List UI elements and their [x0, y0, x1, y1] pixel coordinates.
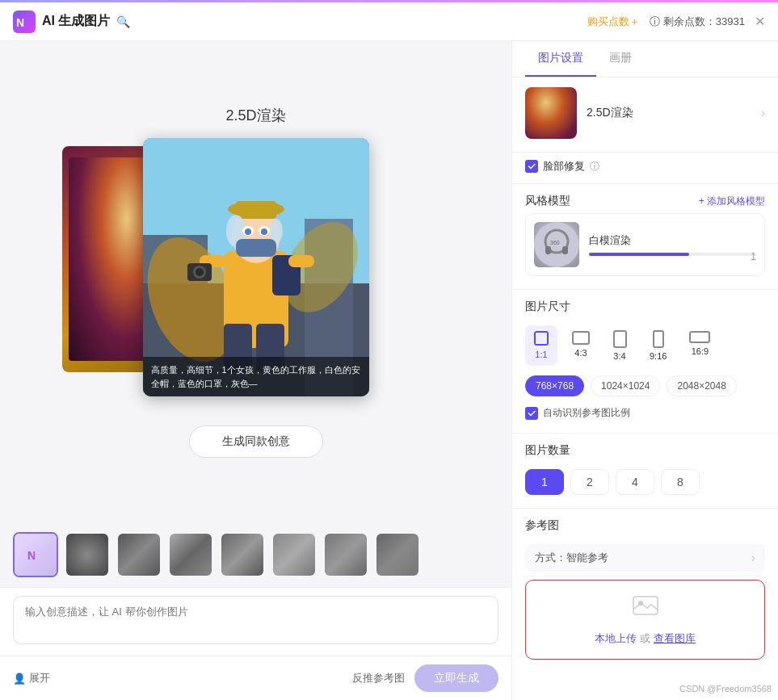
thumbnail-3-inner [170, 534, 212, 576]
ai-logo-icon: N [26, 545, 45, 564]
points-info: ⓘ 剩余点数：33931 [650, 15, 745, 29]
thumbnail-6[interactable] [323, 532, 368, 577]
style-name: 2.5D渲染 [587, 106, 633, 120]
model-info: 白模渲染 1 [589, 233, 756, 256]
generate-similar-button[interactable]: 生成同款创意 [189, 425, 323, 458]
size-options: 1:1 4:3 3:4 9:16 [512, 319, 778, 372]
res-768-button[interactable]: 768×768 [525, 375, 584, 396]
thumbnail-ai-inner: N [15, 534, 57, 576]
svg-point-20 [261, 228, 267, 235]
face-restore-checkbox[interactable] [525, 160, 538, 173]
svg-text:360: 360 [550, 240, 560, 245]
face-restore-row: 脸部修复 ⓘ [512, 156, 778, 180]
size-option-9-16[interactable]: 9:16 [641, 325, 675, 366]
style-model-inner: 360 白模渲染 1 [526, 214, 764, 275]
style-thumbnail-inner [525, 87, 577, 139]
person-icon: 👤 [13, 673, 26, 685]
count-1-button[interactable]: 1 [525, 469, 564, 495]
tab-image-settings[interactable]: 图片设置 [525, 41, 596, 77]
remaining-points: 剩余点数：33931 [663, 15, 745, 29]
prompt-input[interactable] [13, 596, 498, 644]
thumbnail-5[interactable] [271, 532, 317, 577]
count-8-button[interactable]: 8 [661, 469, 700, 495]
count-2-button[interactable]: 2 [570, 469, 609, 495]
checkbox-check-icon [528, 162, 536, 170]
size-label-4-3: 4:3 [574, 348, 587, 358]
image-caption: 高质量，高细节，1个女孩，黄色的工作服，白色的安全帽，蓝色的口罩，灰色— [143, 357, 369, 396]
divider-2 [512, 183, 778, 184]
thumbnail-4-inner [221, 534, 263, 576]
action-bar: 👤 展开 反推参考图 立即生成 [0, 656, 511, 700]
thumbnail-1[interactable] [65, 532, 110, 577]
size-option-4-3[interactable]: 4:3 [564, 325, 598, 366]
size-icon-3-4 [612, 330, 627, 348]
header-right: 购买点数＋ ⓘ 剩余点数：33931 ✕ [587, 14, 765, 29]
ref-method-row[interactable]: 方式：智能参考 › [525, 544, 765, 572]
size-option-16-9[interactable]: 16:9 [681, 325, 718, 366]
ref-section-body: 方式：智能参考 › 本地上传 或 查看图库 [512, 538, 778, 666]
size-icon-16-9 [689, 330, 710, 343]
model-value: 1 [751, 251, 756, 262]
search-icon[interactable]: 🔍 [116, 15, 130, 28]
thumbnail-ai[interactable]: N [13, 532, 58, 577]
image-placeholder-icon [633, 593, 658, 616]
divider-1 [512, 152, 778, 153]
style-model-card: 360 白模渲染 1 [525, 213, 765, 276]
auto-detect-checkbox[interactable] [525, 407, 538, 420]
view-gallery-link[interactable]: 查看图库 [654, 631, 696, 646]
thumbnail-3[interactable] [168, 532, 213, 577]
svg-rect-16 [236, 239, 276, 257]
main-image-card[interactable]: 高质量，高细节，1个女孩，黄色的工作服，白色的安全帽，蓝色的口罩，灰色— [143, 138, 369, 396]
style-thumbnail [525, 87, 577, 139]
divider-5 [512, 508, 778, 509]
upload-area[interactable]: 本地上传 或 查看图库 [525, 580, 765, 660]
svg-rect-13 [236, 201, 276, 219]
tab-album[interactable]: 画册 [596, 41, 645, 77]
size-label-1-1: 1:1 [535, 350, 547, 359]
add-model-button[interactable]: + 添加风格模型 [699, 195, 765, 208]
svg-rect-23 [288, 255, 314, 267]
count-4-button[interactable]: 4 [616, 469, 654, 495]
face-restore-info-icon[interactable]: ⓘ [590, 160, 599, 174]
header-left: N AI 生成图片 🔍 [13, 10, 130, 33]
svg-rect-36 [654, 331, 663, 347]
count-header: 图片数量 [512, 437, 778, 463]
ref-image-button[interactable]: 反推参考图 [352, 671, 405, 685]
upload-or-text: 或 [640, 631, 650, 646]
style-card[interactable]: 2.5D渲染 › [512, 78, 778, 149]
model-name: 白模渲染 [589, 233, 756, 248]
main-content: 2.5D渲染 [0, 41, 778, 700]
thumbnail-6-inner [325, 534, 367, 576]
auto-detect-row: 自动识别参考图比例 [512, 403, 778, 430]
header: N AI 生成图片 🔍 购买点数＋ ⓘ 剩余点数：33931 ✕ [0, 2, 778, 41]
model-thumbnail: 360 [534, 222, 579, 267]
divider-3 [512, 289, 778, 290]
logo-icon: N [13, 10, 36, 33]
thumbnail-strip: N [0, 522, 511, 587]
tab-image-settings-label: 图片设置 [538, 51, 583, 64]
thumbnail-4[interactable] [220, 532, 265, 577]
info-icon: ⓘ [650, 15, 660, 29]
size-option-1-1[interactable]: 1:1 [525, 325, 557, 366]
svg-rect-30 [545, 246, 551, 254]
generate-button[interactable]: 立即生成 [414, 664, 498, 692]
res-1024-button[interactable]: 1024×1024 [591, 375, 660, 396]
divider-4 [512, 433, 778, 434]
auto-detect-check-icon [528, 409, 536, 417]
thumbnail-7[interactable] [375, 532, 420, 577]
model-slider-fill [589, 253, 689, 256]
image-title: 2.5D渲染 [225, 106, 285, 125]
svg-text:N: N [16, 16, 24, 29]
size-option-3-4[interactable]: 3:4 [604, 325, 635, 366]
svg-text:N: N [27, 549, 36, 562]
close-icon[interactable]: ✕ [755, 14, 765, 29]
thumbnail-2[interactable] [116, 532, 162, 577]
svg-rect-37 [690, 332, 709, 342]
auto-detect-label: 自动识别参考图比例 [543, 406, 630, 420]
expand-label: 展开 [29, 671, 50, 685]
size-label-16-9: 16:9 [692, 346, 709, 356]
left-panel: 2.5D渲染 [0, 41, 511, 700]
expand-button[interactable]: 👤 展开 [13, 671, 50, 685]
buy-points-button[interactable]: 购买点数＋ [587, 15, 640, 29]
res-2048-button[interactable]: 2048×2048 [667, 375, 736, 396]
